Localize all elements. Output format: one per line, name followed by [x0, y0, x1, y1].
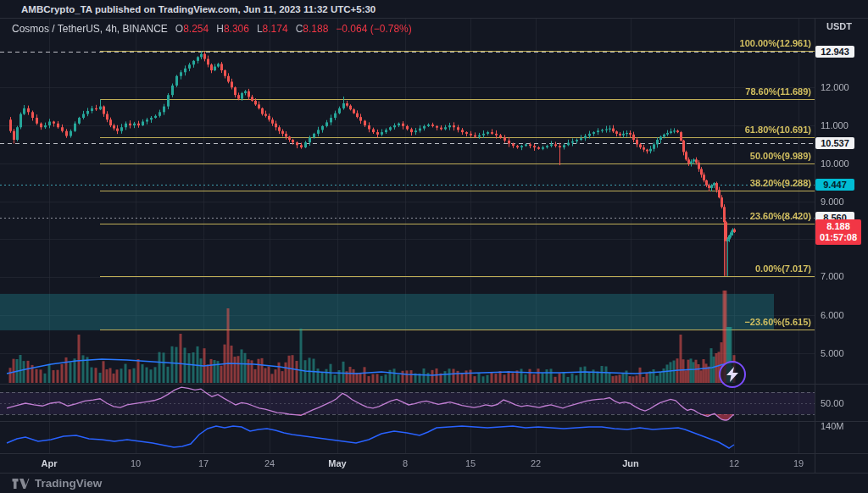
- chart-canvas[interactable]: [0, 0, 868, 493]
- tradingview-mark-icon: [12, 478, 30, 490]
- tradingview-logo-text: TradingView: [35, 477, 102, 490]
- lightning-bolt-icon: [726, 367, 739, 382]
- ohlc-key: L: [257, 23, 263, 35]
- footer-bar: TradingView: [0, 473, 868, 493]
- time-axis-tick[interactable]: 8: [403, 458, 408, 468]
- time-axis-tick[interactable]: 24: [264, 458, 275, 468]
- currency-label: USDT: [826, 21, 852, 31]
- ohlc-key: O: [175, 23, 183, 35]
- time-axis-tick[interactable]: Jun: [622, 458, 639, 468]
- tradingview-logo[interactable]: TradingView: [12, 477, 102, 490]
- lightning-logo: [719, 361, 746, 388]
- ohlc-value: 8.306: [224, 23, 249, 35]
- ohlc-value: 8.254: [183, 23, 209, 35]
- time-axis-tick[interactable]: 15: [465, 458, 476, 468]
- ohlc-value: 8.174: [263, 23, 288, 35]
- price-change: −0.064 (−0.78%): [336, 23, 411, 35]
- ohlc-value: 8.188: [303, 23, 328, 35]
- symbol-info-row: Cosmos / TetherUS, 4h, BINANCEO8.254H8.3…: [12, 23, 412, 35]
- tradingview-published-chart: AMBCrypto_TA published on TradingView.co…: [0, 0, 868, 493]
- time-axis-tick[interactable]: Apr: [42, 458, 58, 468]
- time-axis-tick[interactable]: May: [328, 458, 346, 468]
- time-axis-tick[interactable]: 12: [729, 458, 739, 468]
- publish-info-text: AMBCrypto_TA published on TradingView.co…: [21, 4, 376, 14]
- time-axis-tick[interactable]: 19: [793, 458, 804, 468]
- time-axis-tick[interactable]: 10: [131, 458, 141, 468]
- time-axis-tick[interactable]: 22: [531, 458, 541, 468]
- ohlc-key: H: [216, 23, 224, 35]
- publish-info-bar: AMBCrypto_TA published on TradingView.co…: [0, 0, 868, 19]
- ohlc-key: C: [296, 23, 303, 35]
- symbol-title[interactable]: Cosmos / TetherUS, 4h, BINANCE: [12, 23, 168, 35]
- time-axis-tick[interactable]: 17: [198, 458, 209, 468]
